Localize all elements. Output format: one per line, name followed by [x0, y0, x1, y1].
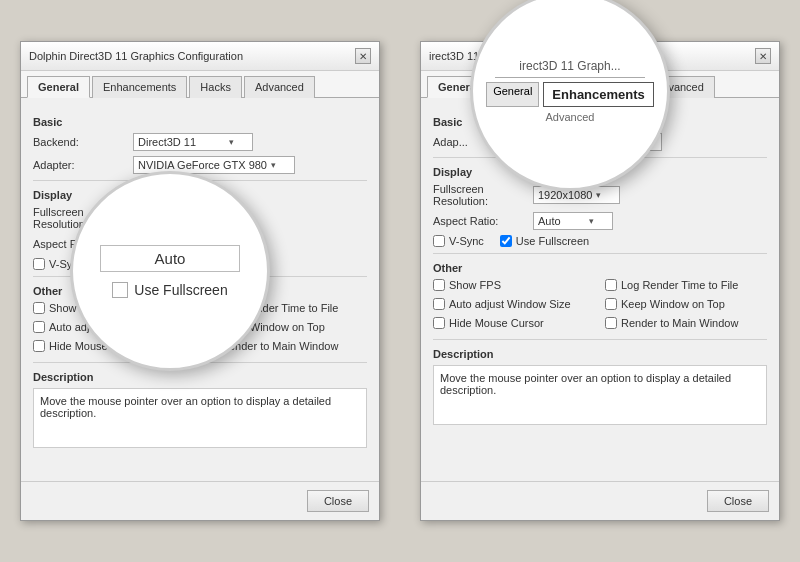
right-titlebar: irect3D 11 Graphics Configuration ✕: [421, 42, 779, 71]
left-autoadjust-label: Auto adjust Window Size: [49, 321, 171, 333]
left-resolution-label: Fullscreen Resolution:: [33, 206, 133, 230]
left-hidemouse-checkbox[interactable]: [33, 340, 45, 352]
left-fullscreen-checkbox[interactable]: [100, 258, 112, 270]
right-adapter-dropdown[interactable]: Direct3D...GTX 980: [533, 133, 662, 151]
left-tab-hacks[interactable]: Hacks: [189, 76, 242, 98]
left-vsync-label: V-Sync: [49, 258, 84, 270]
right-other-item-4: Hide Mouse Cursor: [433, 317, 595, 329]
left-close-x-button[interactable]: ✕: [355, 48, 371, 64]
right-aspect-row: Aspect Ratio: Auto: [433, 212, 767, 230]
right-vsync-label: V-Sync: [449, 235, 484, 247]
right-tab-enhancements[interactable]: Enhancements: [492, 76, 587, 98]
left-autoadjust-checkbox[interactable]: [33, 321, 45, 333]
left-backend-dropdown[interactable]: Direct3D 11: [133, 133, 253, 151]
right-vsync-row: V-Sync Use Fullscreen: [433, 235, 767, 247]
left-tabs: General Enhancements Hacks Advanced: [21, 71, 379, 98]
left-window: Dolphin Direct3D 11 Graphics Configurati…: [20, 41, 380, 521]
left-content: Basic Backend: Direct3D 11 Adapter: NVID…: [21, 98, 379, 481]
left-vsync-row: V-Sync Use Fullscreen: [33, 258, 367, 270]
left-tab-advanced[interactable]: Advanced: [244, 76, 315, 98]
left-backend-row: Backend: Direct3D 11: [33, 133, 367, 151]
left-aspect-label: Aspect Ratio:: [33, 238, 133, 250]
right-tab-general[interactable]: General: [427, 76, 490, 98]
left-keepwindow-label: Keep Window on Top: [221, 321, 325, 333]
right-divider-2: [433, 253, 767, 254]
right-rendermain-label: Render to Main Window: [621, 317, 738, 329]
right-footer: Close: [421, 481, 779, 520]
left-divider-3: [33, 362, 367, 363]
left-desc-label: Description: [33, 371, 367, 383]
right-logrender-checkbox[interactable]: [605, 279, 617, 291]
right-resolution-label: Fullscreen Resolution:: [433, 183, 533, 207]
left-rendermain-checkbox[interactable]: [205, 340, 217, 352]
right-other-label: Other: [433, 262, 767, 274]
left-resolution-dropdown[interactable]: 1920x1080: [133, 209, 220, 227]
left-other-item-5: Render to Main Window: [205, 340, 367, 352]
right-adapter-row: Adap... Direct3D...GTX 980: [433, 133, 767, 151]
left-display-label: Display: [33, 189, 367, 201]
left-divider-1: [33, 180, 367, 181]
left-close-button[interactable]: Close: [307, 490, 369, 512]
left-logrender-checkbox[interactable]: [205, 302, 217, 314]
left-other-item-0: Show FPS: [33, 302, 195, 314]
left-adapter-label: Adapter:: [33, 159, 133, 171]
right-close-x-button[interactable]: ✕: [755, 48, 771, 64]
right-resolution-dropdown[interactable]: 1920x1080: [533, 186, 620, 204]
right-keepwindow-label: Keep Window on Top: [621, 298, 725, 310]
left-other-item-1: Log Render Time to File: [205, 302, 367, 314]
left-aspect-row: Aspect Ratio: Auto: [33, 235, 367, 253]
right-tab-advanced[interactable]: Advanced: [644, 76, 715, 98]
left-other-item-4: Hide Mouse Cursor: [33, 340, 195, 352]
right-other-item-0: Show FPS: [433, 279, 595, 291]
left-tab-enhancements[interactable]: Enhancements: [92, 76, 187, 98]
left-basic-label: Basic: [33, 116, 367, 128]
right-vsync-checkbox[interactable]: [433, 235, 445, 247]
right-autoadjust-checkbox[interactable]: [433, 298, 445, 310]
right-other-item-1: Log Render Time to File: [605, 279, 767, 291]
desktop: Dolphin Direct3D 11 Graphics Configurati…: [0, 0, 800, 562]
left-adapter-dropdown[interactable]: NVIDIA GeForce GTX 980: [133, 156, 295, 174]
left-other-label: Other: [33, 285, 367, 297]
left-titlebar: Dolphin Direct3D 11 Graphics Configurati…: [21, 42, 379, 71]
right-keepwindow-checkbox[interactable]: [605, 298, 617, 310]
right-description-box: Move the mouse pointer over an option to…: [433, 365, 767, 425]
right-content: Basic Adap... Direct3D...GTX 980 Display…: [421, 98, 779, 481]
right-divider-1: [433, 157, 767, 158]
left-footer: Close: [21, 481, 379, 520]
right-rendermain-checkbox[interactable]: [605, 317, 617, 329]
left-aspect-dropdown[interactable]: Auto: [133, 235, 213, 253]
right-tabs: General Enhancements Hacks Advanced: [421, 71, 779, 98]
right-divider-3: [433, 339, 767, 340]
right-adapter-field-label: Adap...: [433, 136, 533, 148]
right-aspect-label: Aspect Ratio:: [433, 215, 533, 227]
right-logrender-label: Log Render Time to File: [621, 279, 738, 291]
right-fullscreen-checkbox[interactable]: [500, 235, 512, 247]
right-window-title: irect3D 11 Graphics Configuration: [429, 50, 595, 62]
right-window-wrapper: irect3D 11 Graphics Configuration ✕ Gene…: [420, 41, 780, 521]
right-other-item-3: Keep Window on Top: [605, 298, 767, 310]
right-desc-label: Description: [433, 348, 767, 360]
left-keepwindow-checkbox[interactable]: [205, 321, 217, 333]
left-fullscreen-label: Use Fullscreen: [116, 258, 189, 270]
left-window-title: Dolphin Direct3D 11 Graphics Configurati…: [29, 50, 243, 62]
right-aspect-dropdown[interactable]: Auto: [533, 212, 613, 230]
right-basic-label: Basic: [433, 116, 767, 128]
right-showfps-checkbox[interactable]: [433, 279, 445, 291]
left-logrender-label: Log Render Time to File: [221, 302, 338, 314]
right-tab-hacks[interactable]: Hacks: [589, 76, 642, 98]
left-backend-label: Backend:: [33, 136, 133, 148]
right-hidemouse-checkbox[interactable]: [433, 317, 445, 329]
left-other-item-2: Auto adjust Window Size: [33, 321, 195, 333]
left-vsync-checkbox[interactable]: [33, 258, 45, 270]
left-rendermain-label: Render to Main Window: [221, 340, 338, 352]
right-fullscreen-label: Use Fullscreen: [516, 235, 589, 247]
left-other-item-3: Keep Window on Top: [205, 321, 367, 333]
right-hidemouse-label: Hide Mouse Cursor: [449, 317, 544, 329]
left-window-wrapper: Dolphin Direct3D 11 Graphics Configurati…: [20, 41, 380, 521]
right-window: irect3D 11 Graphics Configuration ✕ Gene…: [420, 41, 780, 521]
left-resolution-row: Fullscreen Resolution: 1920x1080: [33, 206, 367, 230]
right-close-button[interactable]: Close: [707, 490, 769, 512]
left-tab-general[interactable]: General: [27, 76, 90, 98]
left-showfps-checkbox[interactable]: [33, 302, 45, 314]
right-other-item-2: Auto adjust Window Size: [433, 298, 595, 310]
